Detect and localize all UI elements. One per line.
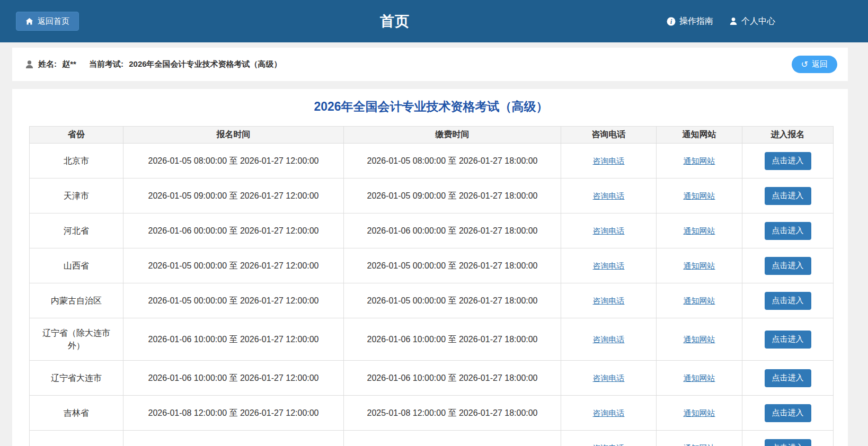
- top-navbar: 返回首页 首页 i 操作指南 个人中心: [0, 0, 868, 42]
- register-time-cell: 2026-01-06 00:00:00 至 2026-01-27 12:00:0…: [123, 213, 344, 248]
- site-cell: 通知网站: [657, 431, 742, 446]
- enter-cell: 点击进入: [742, 396, 834, 431]
- phone-link[interactable]: 咨询电话: [593, 408, 625, 417]
- province-cell: 天津市: [30, 179, 123, 213]
- register-time-cell: 2026-01-08 12:00:00 至 2026-01-27 12:00:0…: [123, 396, 344, 431]
- site-cell: 通知网站: [657, 318, 742, 361]
- register-time-cell: 2026-01-05 09:00:00 至 2026-01-27 12:00:0…: [123, 179, 344, 213]
- pay-time-cell: 2026-01-06 00:00:00 至 2026-01-27 18:00:0…: [344, 213, 561, 248]
- navbar-links: i 操作指南 个人中心: [667, 0, 775, 42]
- column-header: 缴费时间: [344, 127, 561, 144]
- guide-link-label: 操作指南: [679, 16, 713, 27]
- enter-button[interactable]: 点击进入: [765, 152, 811, 170]
- province-table: 省份报名时间缴费时间咨询电话通知网站进入报名 北京市2026-01-05 08:…: [29, 126, 834, 446]
- site-link[interactable]: 通知网站: [684, 443, 715, 446]
- enter-cell: 点击进入: [742, 213, 834, 248]
- province-cell: 内蒙古自治区: [30, 283, 123, 318]
- guide-link[interactable]: i 操作指南: [667, 16, 713, 27]
- table-row: 山西省2026-01-05 00:00:00 至 2026-01-27 12:0…: [30, 248, 834, 283]
- site-cell: 通知网站: [657, 179, 742, 213]
- name-label: 姓名:: [38, 59, 57, 68]
- site-link[interactable]: 通知网站: [684, 226, 715, 235]
- table-row: 咨询电话通知网站点击进入: [30, 431, 834, 446]
- enter-cell: 点击进入: [742, 361, 834, 396]
- enter-button[interactable]: 点击进入: [765, 187, 811, 205]
- register-time-cell: 2026-01-05 00:00:00 至 2026-01-27 12:00:0…: [123, 283, 344, 318]
- phone-cell: 咨询电话: [561, 283, 657, 318]
- site-cell: 通知网站: [657, 361, 742, 396]
- enter-cell: 点击进入: [742, 431, 834, 446]
- site-cell: 通知网站: [657, 248, 742, 283]
- pay-time-cell: 2026-01-05 00:00:00 至 2026-01-27 18:00:0…: [344, 283, 561, 318]
- back-button[interactable]: ↺ 返回: [792, 56, 837, 73]
- register-time-cell: 2026-01-06 10:00:00 至 2026-01-27 12:00:0…: [123, 318, 344, 361]
- info-circle-icon: i: [667, 17, 676, 26]
- site-link[interactable]: 通知网站: [684, 335, 715, 344]
- enter-button[interactable]: 点击进入: [765, 404, 811, 422]
- page-title: 首页: [380, 12, 410, 31]
- table-row: 天津市2026-01-05 09:00:00 至 2026-01-27 12:0…: [30, 179, 834, 213]
- province-cell: 辽宁省（除大连市外）: [30, 318, 123, 361]
- province-cell: [30, 431, 123, 446]
- current-exam-label: 当前考试:: [89, 59, 123, 68]
- phone-link[interactable]: 咨询电话: [593, 373, 625, 382]
- site-link[interactable]: 通知网站: [684, 261, 715, 270]
- column-header: 报名时间: [123, 127, 344, 144]
- phone-link[interactable]: 咨询电话: [593, 443, 625, 446]
- phone-link[interactable]: 咨询电话: [593, 335, 625, 344]
- profile-link[interactable]: 个人中心: [729, 16, 775, 27]
- home-button[interactable]: 返回首页: [16, 12, 79, 31]
- table-row: 辽宁省大连市2026-01-06 10:00:00 至 2026-01-27 1…: [30, 361, 834, 396]
- province-cell: 山西省: [30, 248, 123, 283]
- enter-cell: 点击进入: [742, 179, 834, 213]
- phone-link[interactable]: 咨询电话: [593, 296, 625, 305]
- enter-button[interactable]: 点击进入: [765, 257, 811, 275]
- refresh-icon: ↺: [801, 60, 808, 69]
- site-cell: 通知网站: [657, 283, 742, 318]
- site-link[interactable]: 通知网站: [684, 191, 715, 200]
- site-link[interactable]: 通知网站: [684, 296, 715, 305]
- user-icon: [25, 60, 34, 69]
- enter-button[interactable]: 点击进入: [765, 369, 811, 387]
- phone-cell: 咨询电话: [561, 396, 657, 431]
- phone-link[interactable]: 咨询电话: [593, 261, 625, 270]
- table-row: 内蒙古自治区2026-01-05 00:00:00 至 2026-01-27 1…: [30, 283, 834, 318]
- table-row: 辽宁省（除大连市外）2026-01-06 10:00:00 至 2026-01-…: [30, 318, 834, 361]
- enter-cell: 点击进入: [742, 318, 834, 361]
- phone-link[interactable]: 咨询电话: [593, 191, 625, 200]
- pay-time-cell: 2026-01-06 10:00:00 至 2026-01-27 18:00:0…: [344, 361, 561, 396]
- enter-button[interactable]: 点击进入: [765, 439, 811, 446]
- phone-cell: 咨询电话: [561, 318, 657, 361]
- site-link[interactable]: 通知网站: [684, 408, 715, 417]
- site-link[interactable]: 通知网站: [684, 373, 715, 382]
- phone-cell: 咨询电话: [561, 431, 657, 446]
- current-exam-value: 2026年全国会计专业技术资格考试（高级）: [129, 59, 281, 68]
- user-info-bar: 姓名: 赵** 当前考试: 2026年全国会计专业技术资格考试（高级） ↺ 返回: [12, 48, 848, 81]
- phone-cell: 咨询电话: [561, 361, 657, 396]
- phone-cell: 咨询电话: [561, 248, 657, 283]
- phone-link[interactable]: 咨询电话: [593, 226, 625, 235]
- province-cell: 河北省: [30, 213, 123, 248]
- province-cell: 辽宁省大连市: [30, 361, 123, 396]
- site-cell: 通知网站: [657, 144, 742, 179]
- column-header: 通知网站: [657, 127, 742, 144]
- site-link[interactable]: 通知网站: [684, 156, 715, 165]
- table-row: 吉林省2026-01-08 12:00:00 至 2026-01-27 12:0…: [30, 396, 834, 431]
- pay-time-cell: 2026-01-06 10:00:00 至 2026-01-27 18:00:0…: [344, 318, 561, 361]
- register-time-cell: [123, 431, 344, 446]
- enter-button[interactable]: 点击进入: [765, 331, 811, 349]
- phone-cell: 咨询电话: [561, 144, 657, 179]
- table-header-row: 省份报名时间缴费时间咨询电话通知网站进入报名: [30, 127, 834, 144]
- exam-card: 2026年全国会计专业技术资格考试（高级） 省份报名时间缴费时间咨询电话通知网站…: [12, 89, 848, 446]
- pay-time-cell: 2026-01-05 00:00:00 至 2026-01-27 18:00:0…: [344, 248, 561, 283]
- phone-cell: 咨询电话: [561, 213, 657, 248]
- column-header: 进入报名: [742, 127, 834, 144]
- table-row: 河北省2026-01-06 00:00:00 至 2026-01-27 12:0…: [30, 213, 834, 248]
- enter-cell: 点击进入: [742, 144, 834, 179]
- enter-button[interactable]: 点击进入: [765, 222, 811, 240]
- back-button-label: 返回: [812, 59, 828, 69]
- home-icon: [25, 17, 33, 25]
- phone-link[interactable]: 咨询电话: [593, 156, 625, 165]
- register-time-cell: 2026-01-05 00:00:00 至 2026-01-27 12:00:0…: [123, 248, 344, 283]
- enter-button[interactable]: 点击进入: [765, 292, 811, 310]
